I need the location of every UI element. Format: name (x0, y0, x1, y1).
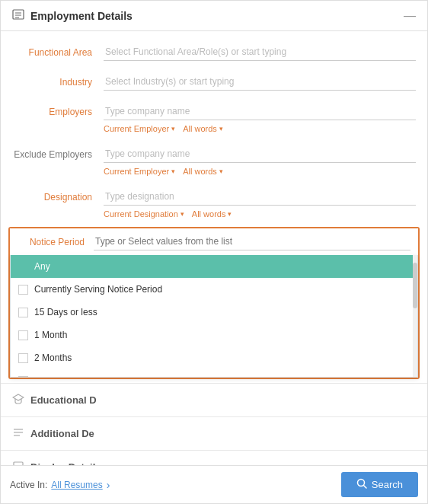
employers-sub-controls: Current Employer ▾ All words ▾ (104, 124, 416, 133)
industry-row: Industry (1, 69, 427, 95)
notice-period-option-label: 1 Month (34, 330, 67, 340)
employers-row: Employers Current Employer ▾ All words ▾ (1, 98, 427, 138)
search-button-label: Search (372, 479, 403, 490)
chevron-down-icon: ▾ (180, 210, 184, 218)
notice-period-option-label: Any (34, 261, 50, 272)
notice-period-option[interactable]: Any (11, 255, 417, 278)
chevron-down-icon: ▾ (228, 210, 232, 218)
exclude-employers-row: Exclude Employers Current Employer ▾ All… (1, 141, 427, 180)
notice-period-option-label: 15 Days or less (34, 307, 97, 317)
industry-label: Industry (12, 73, 104, 88)
chevron-down-icon: ▾ (171, 167, 175, 175)
notice-period-option-label: 2 Months (34, 352, 72, 363)
notice-period-option[interactable]: 1 Month (11, 324, 417, 346)
search-icon (356, 478, 367, 491)
functional-area-input[interactable] (104, 43, 416, 61)
designation-sub-controls: Current Designation ▾ All words ▾ (104, 209, 416, 219)
checkbox-unchecked (18, 353, 28, 363)
additional-icon (12, 426, 24, 441)
notice-period-option[interactable]: 15 Days or less (11, 301, 417, 324)
footer-arrow-icon[interactable]: › (107, 479, 110, 491)
notice-period-input-wrap (94, 233, 410, 250)
notice-period-inner: Notice Period (10, 228, 418, 255)
dropdown-scrollbar[interactable] (413, 255, 417, 377)
industry-input[interactable] (104, 73, 416, 91)
scrollbar-thumb (413, 263, 417, 308)
employers-current-dropdown[interactable]: Current Employer ▾ (104, 124, 175, 133)
panel-collapse-button[interactable]: — (404, 9, 416, 23)
educational-icon (12, 393, 24, 407)
employment-details-panel: Employment Details — Functional Area Ind… (1, 1, 427, 503)
functional-area-label: Functional Area (12, 43, 104, 58)
panel-title: Employment Details (30, 10, 404, 22)
additional-details-section[interactable]: Additional De (1, 416, 427, 450)
exclude-employers-control: Current Employer ▾ All words ▾ (104, 145, 416, 176)
exclude-employers-input[interactable] (104, 145, 416, 163)
checkbox-unchecked (18, 308, 28, 317)
notice-period-option-label: Currently Serving Notice Period (34, 284, 162, 295)
panel-body: Functional Area Industry Employers (1, 31, 427, 465)
checkbox-unchecked (18, 330, 28, 340)
designation-control: Current Designation ▾ All words ▾ (104, 188, 416, 219)
display-icon (12, 460, 24, 465)
checkbox-unchecked (18, 285, 28, 295)
additional-details-title: Additional De (30, 428, 94, 439)
dropdown-scroll-area[interactable]: AnyCurrently Serving Notice Period15 Day… (11, 255, 417, 377)
designation-words-dropdown[interactable]: All words ▾ (192, 209, 232, 219)
exclude-employers-label: Exclude Employers (12, 145, 104, 160)
chevron-down-icon: ▾ (219, 125, 223, 132)
active-resumes-link[interactable]: All Resumes (51, 480, 102, 490)
footer-left: Active In: All Resumes › (10, 479, 110, 491)
search-button[interactable]: Search (341, 472, 418, 497)
employers-control: Current Employer ▾ All words ▾ (104, 103, 416, 133)
designation-row: Designation Current Designation ▾ All wo… (1, 183, 427, 223)
notice-period-dropdown: AnyCurrently Serving Notice Period15 Day… (10, 255, 418, 378)
exclude-employers-current-dropdown[interactable]: Current Employer ▾ (104, 167, 175, 176)
display-details-section[interactable]: Display Detail (1, 450, 427, 465)
checkbox-checked (18, 262, 28, 272)
chevron-down-icon: ▾ (171, 125, 175, 132)
designation-label: Designation (12, 188, 104, 203)
functional-area-row: Functional Area (1, 39, 427, 65)
notice-period-input[interactable] (94, 233, 410, 250)
svg-line-11 (363, 486, 366, 489)
notice-period-option[interactable]: 2 Months (11, 346, 417, 369)
exclude-employers-sub-controls: Current Employer ▾ All words ▾ (104, 167, 416, 176)
notice-period-option-label: 3 Months (34, 375, 72, 377)
chevron-down-icon: ▾ (219, 167, 223, 175)
notice-period-option[interactable]: 3 Months (11, 369, 417, 377)
employers-input[interactable] (104, 103, 416, 120)
functional-area-control (104, 43, 416, 61)
designation-current-dropdown[interactable]: Current Designation ▾ (104, 209, 184, 219)
exclude-employers-words-dropdown[interactable]: All words ▾ (183, 167, 223, 176)
checkbox-unchecked (18, 376, 28, 378)
notice-period-label: Notice Period (18, 233, 94, 247)
active-in-label: Active In: (10, 480, 47, 490)
educational-details-title: Educational D (30, 394, 97, 406)
educational-details-section[interactable]: Educational D (1, 383, 427, 416)
designation-input[interactable] (104, 188, 416, 206)
industry-control (104, 73, 416, 91)
panel-header-icon (12, 8, 24, 23)
employers-words-dropdown[interactable]: All words ▾ (183, 124, 223, 133)
notice-period-section: Notice Period AnyCurrently Serving Notic… (8, 227, 420, 379)
panel-header: Employment Details — (1, 1, 427, 31)
footer: Active In: All Resumes › Search (1, 465, 427, 503)
main-container: Employment Details — Functional Area Ind… (0, 0, 428, 504)
employers-label: Employers (12, 103, 104, 117)
notice-period-option[interactable]: Currently Serving Notice Period (11, 278, 417, 301)
